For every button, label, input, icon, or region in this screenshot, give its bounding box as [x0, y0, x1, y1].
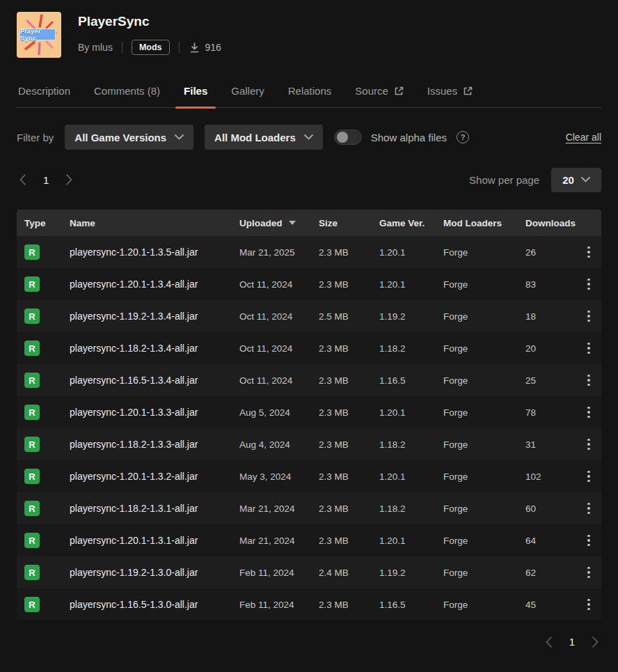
column-header-name[interactable]: Name [70, 218, 239, 228]
chevron-left-icon[interactable] [546, 636, 552, 648]
help-icon[interactable]: ? [457, 131, 469, 143]
more-options-icon[interactable] [585, 372, 593, 389]
file-mod-loaders: Forge [443, 536, 525, 546]
page-number[interactable]: 1 [569, 636, 575, 648]
release-type-badge: R [24, 469, 40, 484]
table-row[interactable]: R playersync-1.20.1-1.3.3-all.jar Aug 5,… [17, 396, 601, 428]
more-options-icon[interactable] [585, 436, 593, 453]
clear-all-link[interactable]: Clear all [566, 132, 601, 143]
table-row[interactable]: R playersync-1.20.1-1.3.5-all.jar Mar 21… [17, 236, 601, 268]
tab-gallery[interactable]: Gallery [230, 85, 266, 107]
tab-label: Relations [288, 85, 332, 97]
file-uploaded-date: Oct 11, 2024 [239, 343, 319, 354]
tab-description[interactable]: Description [17, 85, 72, 107]
more-options-icon[interactable] [585, 500, 593, 517]
file-name-link[interactable]: playersync-1.18.2-1.3.3-all.jar [70, 439, 239, 450]
column-header-game-ver[interactable]: Game Ver. [379, 218, 443, 228]
file-uploaded-date: Aug 5, 2024 [239, 407, 319, 418]
file-name-link[interactable]: playersync-1.20.1-1.3.5-all.jar [70, 247, 239, 258]
row-actions-cell [585, 404, 604, 421]
divider [179, 42, 180, 53]
mod-loaders-dropdown[interactable]: All Mod Loaders [205, 125, 323, 150]
tab-relations[interactable]: Relations [287, 85, 333, 107]
table-row[interactable]: R playersync-1.18.2-1.3.4-all.jar Oct 11… [17, 332, 601, 364]
file-game-version: 1.20.1 [379, 279, 443, 290]
tab-comments-8[interactable]: Comments (8) [93, 85, 161, 107]
column-header-mod-loaders[interactable]: Mod Loaders [443, 218, 525, 228]
bottom-pagination-row: 1 [17, 636, 601, 648]
file-table-header: Type Name Uploaded Size Game Ver. Mod Lo… [17, 210, 601, 236]
show-alpha-toggle[interactable] [334, 130, 362, 145]
file-size: 2.3 MB [319, 536, 379, 546]
more-options-icon[interactable] [585, 308, 593, 325]
more-options-icon[interactable] [585, 564, 593, 581]
column-header-type[interactable]: Type [17, 218, 70, 228]
more-options-icon[interactable] [585, 340, 593, 357]
file-uploaded-date: Aug 4, 2024 [239, 439, 319, 450]
chevron-right-icon[interactable] [592, 636, 599, 648]
file-name-link[interactable]: playersync-1.19.2-1.3.0-all.jar [70, 567, 239, 578]
table-row[interactable]: R playersync-1.16.5-1.3.4-all.jar Oct 11… [17, 364, 601, 396]
file-name-link[interactable]: playersync-1.20.1-1.3.2-all.jar [70, 471, 239, 482]
more-options-icon[interactable] [585, 404, 593, 421]
file-name-link[interactable]: playersync-1.19.2-1.3.4-all.jar [70, 311, 239, 322]
table-row[interactable]: R playersync-1.19.2-1.3.4-all.jar Oct 11… [17, 300, 601, 332]
file-mod-loaders: Forge [443, 568, 525, 578]
table-row[interactable]: R playersync-1.18.2-1.3.3-all.jar Aug 4,… [17, 428, 601, 460]
file-game-version: 1.20.1 [379, 247, 443, 258]
more-options-icon[interactable] [585, 468, 593, 485]
file-name-link[interactable]: playersync-1.16.5-1.3.4-all.jar [70, 375, 239, 386]
file-game-version: 1.19.2 [379, 568, 443, 578]
page-number[interactable]: 1 [43, 174, 49, 186]
tab-label: Comments (8) [94, 85, 160, 97]
table-row[interactable]: R playersync-1.20.1-1.3.1-all.jar Mar 21… [17, 524, 601, 556]
column-header-downloads[interactable]: Downloads [525, 218, 585, 228]
file-uploaded-date: Oct 11, 2024 [239, 375, 319, 386]
more-options-icon[interactable] [585, 596, 593, 614]
release-type-badge: R [24, 244, 40, 260]
file-mod-loaders: Forge [443, 471, 525, 482]
release-type-cell: R [17, 276, 70, 292]
tab-source[interactable]: Source [354, 85, 405, 107]
release-type-cell: R [17, 437, 70, 452]
file-name-link[interactable]: playersync-1.18.2-1.3.4-all.jar [70, 343, 239, 354]
row-actions-cell [585, 468, 604, 485]
bottom-pager: 1 [543, 636, 599, 648]
file-downloads: 18 [525, 311, 585, 322]
table-row[interactable]: R playersync-1.20.1-1.3.2-all.jar May 3,… [17, 460, 601, 492]
author-link[interactable]: mlus [92, 42, 113, 53]
file-downloads: 45 [525, 600, 585, 610]
column-header-size[interactable]: Size [319, 218, 379, 228]
column-header-uploaded[interactable]: Uploaded [239, 218, 319, 228]
tab-issues[interactable]: Issues [426, 85, 474, 107]
chevron-left-icon[interactable] [19, 174, 26, 185]
more-options-icon[interactable] [585, 244, 593, 261]
project-logo[interactable]: Player Sync [17, 12, 61, 58]
file-name-link[interactable]: playersync-1.18.2-1.3.1-all.jar [70, 503, 239, 514]
more-options-icon[interactable] [585, 532, 593, 549]
file-name-link[interactable]: playersync-1.20.1-1.3.4-all.jar [70, 279, 239, 290]
file-name-link[interactable]: playersync-1.16.5-1.3.0-all.jar [70, 599, 239, 610]
chevron-down-icon [175, 134, 184, 140]
category-badge[interactable]: Mods [132, 40, 170, 55]
table-row[interactable]: R playersync-1.20.1-1.3.4-all.jar Oct 11… [17, 268, 601, 300]
release-type-cell: R [17, 565, 70, 580]
page-title: PlayerSync [78, 14, 221, 29]
author-byline: Bymlus [78, 42, 113, 53]
file-mod-loaders: Forge [443, 600, 525, 610]
tab-label: Issues [427, 85, 457, 97]
file-name-link[interactable]: playersync-1.20.1-1.3.1-all.jar [70, 535, 239, 546]
table-row[interactable]: R playersync-1.16.5-1.3.0-all.jar Feb 11… [17, 588, 601, 620]
table-row[interactable]: R playersync-1.18.2-1.3.1-all.jar Mar 21… [17, 492, 601, 524]
game-versions-dropdown[interactable]: All Game Versions [65, 125, 193, 150]
filter-by-label: Filter by [17, 132, 54, 143]
file-name-link[interactable]: playersync-1.20.1-1.3.3-all.jar [70, 407, 239, 418]
chevron-right-icon[interactable] [66, 174, 72, 185]
show-per-page-label: Show per page [469, 174, 539, 186]
table-row[interactable]: R playersync-1.19.2-1.3.0-all.jar Feb 11… [17, 556, 601, 588]
per-page-dropdown[interactable]: 20 [551, 168, 601, 192]
more-options-icon[interactable] [585, 276, 593, 293]
file-mod-loaders: Forge [443, 407, 525, 418]
tab-files[interactable]: Files [182, 85, 209, 107]
file-mod-loaders: Forge [443, 439, 525, 450]
